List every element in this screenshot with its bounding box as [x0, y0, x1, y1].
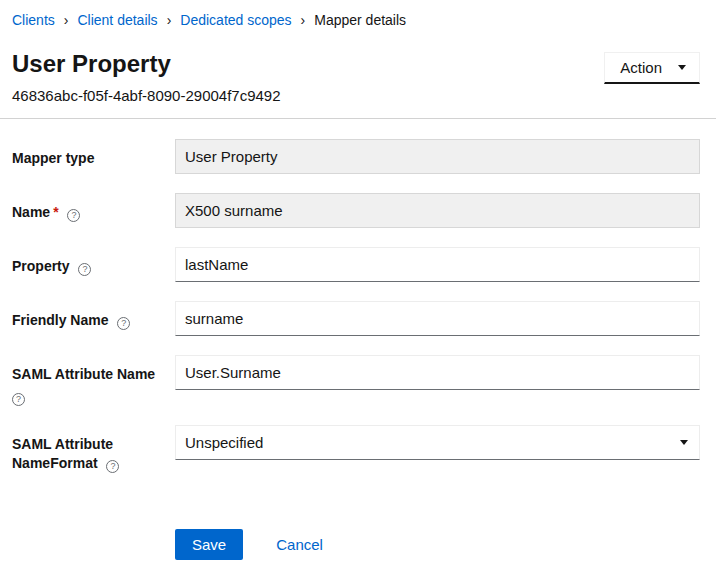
saml-nameformat-input-col: Unspecified [175, 425, 700, 460]
name-help-icon[interactable]: ? [67, 209, 80, 222]
breadcrumb-mapper-details: Mapper details [314, 12, 406, 28]
name-label-text: Name [12, 204, 50, 220]
property-label: Property ? [12, 247, 175, 276]
mapper-type-label-text: Mapper type [12, 150, 94, 166]
property-input-col [175, 247, 700, 282]
mapper-details-page: Clients › Client details › Dedicated sco… [0, 0, 716, 578]
form-row-saml-nameformat: SAML Attribute NameFormat ? Unspecified [12, 425, 700, 473]
breadcrumb: Clients › Client details › Dedicated sco… [12, 10, 700, 30]
friendly-name-label: Friendly Name ? [12, 301, 175, 330]
breadcrumb-separator-icon: › [167, 13, 172, 27]
mapper-type-label: Mapper type [12, 139, 175, 168]
property-help-icon[interactable]: ? [78, 263, 91, 276]
saml-attribute-name-input-col [175, 355, 700, 390]
breadcrumb-dedicated-scopes[interactable]: Dedicated scopes [180, 12, 291, 28]
action-dropdown-label: Action [620, 59, 662, 76]
page-title: User Property [12, 50, 281, 79]
breadcrumb-separator-icon: › [64, 13, 69, 27]
required-indicator: * [53, 204, 58, 220]
form-actions: Save Cancel [175, 529, 700, 560]
chevron-down-icon [680, 440, 688, 445]
saml-attribute-name-label-text: SAML Attribute Name [12, 366, 155, 382]
mapper-form: Mapper type Name* ? Property ? [12, 139, 700, 560]
mapper-id: 46836abc-f05f-4abf-8090-29004f7c9492 [12, 87, 281, 104]
saml-nameformat-label: SAML Attribute NameFormat ? [12, 425, 175, 473]
name-input[interactable] [175, 193, 700, 228]
saml-nameformat-help-icon[interactable]: ? [106, 460, 119, 473]
saml-attribute-name-input[interactable] [175, 355, 700, 390]
breadcrumb-separator-icon: › [301, 13, 306, 27]
form-row-mapper-type: Mapper type [12, 139, 700, 174]
saml-attribute-name-help-icon[interactable]: ? [12, 393, 25, 406]
property-input[interactable] [175, 247, 700, 282]
saml-nameformat-select[interactable]: Unspecified [175, 425, 700, 460]
name-label: Name* ? [12, 193, 175, 222]
save-button[interactable]: Save [175, 529, 243, 560]
friendly-name-input[interactable] [175, 301, 700, 336]
form-row-property: Property ? [12, 247, 700, 282]
friendly-name-help-icon[interactable]: ? [117, 317, 130, 330]
saml-nameformat-label-text: SAML Attribute NameFormat [12, 436, 113, 471]
mapper-type-input-col [175, 139, 700, 174]
saml-attribute-name-label: SAML Attribute Name ? [12, 355, 175, 406]
saml-nameformat-selected-option: Unspecified [185, 434, 263, 451]
cancel-button[interactable]: Cancel [276, 536, 323, 553]
friendly-name-label-text: Friendly Name [12, 312, 108, 328]
breadcrumb-clients[interactable]: Clients [12, 12, 55, 28]
name-input-col [175, 193, 700, 228]
page-header: User Property 46836abc-f05f-4abf-8090-29… [12, 50, 700, 104]
mapper-type-input[interactable] [175, 139, 700, 174]
property-label-text: Property [12, 258, 70, 274]
form-row-friendly-name: Friendly Name ? [12, 301, 700, 336]
action-dropdown-button[interactable]: Action [604, 52, 700, 84]
friendly-name-input-col [175, 301, 700, 336]
form-row-name: Name* ? [12, 193, 700, 228]
breadcrumb-client-details[interactable]: Client details [77, 12, 157, 28]
page-header-titles: User Property 46836abc-f05f-4abf-8090-29… [12, 50, 281, 104]
chevron-down-icon [678, 65, 686, 70]
form-row-saml-attribute-name: SAML Attribute Name ? [12, 355, 700, 406]
header-divider [0, 118, 716, 119]
